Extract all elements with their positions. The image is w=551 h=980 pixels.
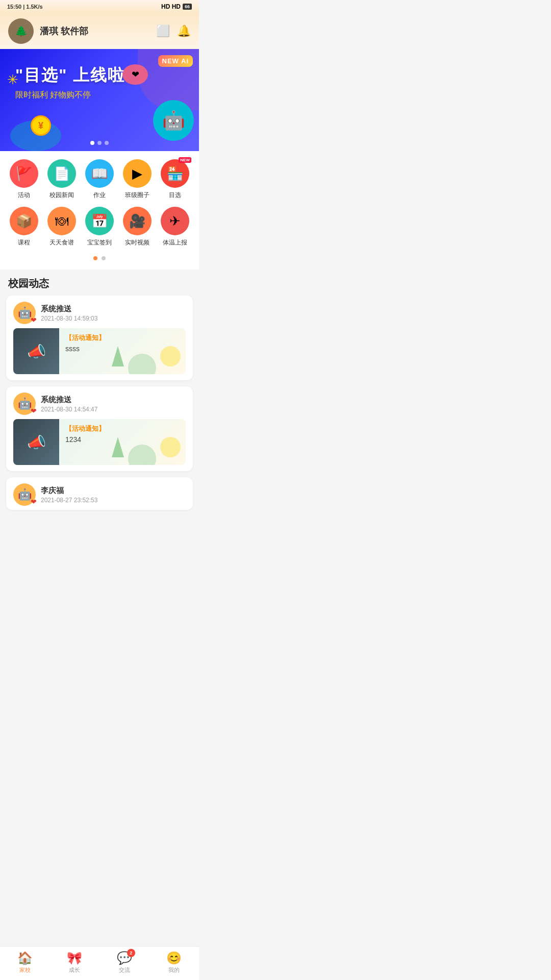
feed-tag-2: 【活动通知】: [65, 424, 180, 433]
feed-name-1: 系统推送: [41, 304, 186, 314]
icon-homework-label: 作业: [93, 191, 106, 200]
banner-dot-2[interactable]: [97, 141, 102, 145]
feed-info-1: 系统推送 2021-08-30 14:59:03: [41, 304, 186, 322]
feed-heart-icon-3: ❤: [31, 498, 37, 506]
banner-dot-1[interactable]: [90, 141, 94, 145]
banner-dots: [90, 141, 109, 145]
calendar-icon: 📅: [91, 213, 108, 229]
banner-robot: 🤖: [153, 100, 194, 141]
icon-homework[interactable]: 📖 作业: [82, 159, 117, 200]
feed-heart-icon-2: ❤: [31, 407, 37, 415]
video-icon: ▶: [132, 166, 142, 182]
tree-deco-2: [112, 437, 124, 457]
icon-muxuan-circle: 🏪 NEW: [161, 159, 189, 188]
icon-course-circle: 📦: [10, 207, 38, 235]
icon-course[interactable]: 📦 课程: [7, 207, 41, 247]
icon-checkin-label: 宝宝签到: [87, 238, 112, 247]
feed-name-2: 系统推送: [41, 395, 186, 405]
icons-section: 🚩 活动 📄 校园新闻 📖 作业 ▶ 班级圈子 🏪 NEW 目选: [0, 151, 199, 270]
banner-sub-text: 限时福利 好物购不停: [15, 90, 91, 101]
flag-icon: 🚩: [16, 166, 32, 182]
feed-name-3: 李庆福: [41, 486, 186, 496]
icon-temp[interactable]: ✈ 体温上报: [158, 207, 192, 247]
icon-muxuan-label: 目选: [169, 191, 181, 200]
icon-huodong-label: 活动: [18, 191, 30, 200]
banner-dot-3[interactable]: [105, 141, 109, 145]
box-icon: 📦: [16, 213, 32, 229]
icon-checkin-circle: 📅: [85, 207, 114, 235]
green-blob-1: [128, 354, 156, 374]
icon-temp-label: 体温上报: [163, 238, 187, 247]
send-icon: ✈: [169, 213, 181, 229]
signal-icon: HD HD: [161, 3, 181, 10]
feed-bg-deco-1: [112, 344, 181, 372]
camera-icon: 🎥: [129, 213, 145, 229]
user-name: 潘琪 软件部: [40, 25, 88, 37]
sun-deco-1: [160, 346, 181, 366]
icon-news[interactable]: 📄 校园新闻: [44, 159, 79, 200]
feed-thumb-1: 📣: [13, 328, 59, 374]
feed-heart-icon-1: ❤: [31, 316, 37, 324]
banner-main-text: "目选" 上线啦: [15, 64, 125, 87]
megaphone-icon-2: 📣: [27, 433, 46, 451]
feed-card-1[interactable]: 🤖 ❤ 系统推送 2021-08-30 14:59:03 📣 【活动通知】 ss…: [6, 296, 193, 380]
feed-time-1: 2021-08-30 14:59:03: [41, 315, 186, 322]
icon-huodong-circle: 🚩: [10, 159, 38, 188]
ai-badge[interactable]: NEW Ai: [158, 55, 193, 67]
icon-muxuan[interactable]: 🏪 NEW 目选: [158, 159, 192, 200]
icon-class-circle[interactable]: ▶ 班级圈子: [120, 159, 155, 200]
feed-content-1: 📣 【活动通知】 ssss: [13, 328, 186, 374]
icon-checkin[interactable]: 📅 宝宝签到: [82, 207, 117, 247]
section-title: 校园动态: [0, 270, 199, 296]
avatar[interactable]: 🌲: [8, 18, 34, 44]
sun-deco-2: [160, 437, 181, 457]
page-dot-2[interactable]: [102, 256, 106, 260]
banner-coin: ¥: [31, 115, 51, 136]
icon-news-label: 校园新闻: [49, 191, 74, 200]
icon-news-circle: 📄: [47, 159, 76, 188]
store-icon: 🏪: [167, 166, 183, 182]
feed-time-3: 2021-08-27 23:52:53: [41, 497, 186, 504]
icon-video[interactable]: 🎥 实时视频: [120, 207, 155, 247]
feed-list: 🤖 ❤ 系统推送 2021-08-30 14:59:03 📣 【活动通知】 ss…: [0, 296, 199, 510]
status-time: 15:50 | 1.5K/s: [7, 4, 43, 10]
icons-page-1: 🚩 活动 📄 校园新闻 📖 作业 ▶ 班级圈子 🏪 NEW 目选: [0, 159, 199, 207]
icon-temp-circle: ✈: [161, 207, 189, 235]
icons-page-2: 📦 课程 🍽 天天食谱 📅 宝宝签到 🎥 实时视频 ✈ 体温上报: [0, 207, 199, 254]
icon-class-label: 班级圈子: [125, 191, 149, 200]
icon-huodong[interactable]: 🚩 活动: [7, 159, 41, 200]
icon-food[interactable]: 🍽 天天食谱: [44, 207, 79, 247]
feed-content-2: 📣 【活动通知】 1234: [13, 419, 186, 465]
icon-video-label: 实时视频: [125, 238, 149, 247]
icon-page-dots: [0, 254, 199, 265]
scan-icon[interactable]: ⬜: [156, 24, 170, 38]
news-icon: 📄: [54, 166, 70, 182]
status-right: HD HD 66: [161, 3, 192, 10]
tree-deco-1: [112, 346, 124, 366]
feed-card-3[interactable]: 🤖 ❤ 李庆福 2021-08-27 23:52:53: [6, 477, 193, 510]
icon-course-label: 课程: [18, 238, 30, 247]
feed-header-1: 🤖 ❤ 系统推送 2021-08-30 14:59:03: [6, 296, 193, 328]
banner-heart-bubble: ❤: [122, 64, 148, 85]
food-icon: 🍽: [55, 213, 68, 229]
feed-info-3: 李庆福 2021-08-27 23:52:53: [41, 486, 186, 504]
feed-avatar-2: 🤖 ❤: [13, 393, 36, 415]
new-badge: NEW: [179, 157, 191, 163]
feed-card-2[interactable]: 🤖 ❤ 系统推送 2021-08-30 14:54:47 📣 【活动通知】 12…: [6, 386, 193, 471]
banner[interactable]: ✳ ¥ "目选" 上线啦 限时福利 好物购不停 ❤ 🤖 NEW Ai: [0, 49, 199, 151]
book-icon: 📖: [91, 166, 108, 182]
feed-bg-deco-2: [112, 434, 181, 462]
icon-class-circle-bg: ▶: [123, 159, 152, 188]
feed-header-2: 🤖 ❤ 系统推送 2021-08-30 14:54:47: [6, 386, 193, 419]
notification-icon[interactable]: 🔔: [177, 24, 191, 38]
feed-tag-1: 【活动通知】: [65, 333, 180, 342]
battery-indicator: 66: [183, 4, 192, 10]
app-header: 🌲 潘琪 软件部 ⬜ 🔔: [0, 13, 199, 49]
feed-thumb-2: 📣: [13, 419, 59, 465]
header-actions: ⬜ 🔔: [156, 24, 191, 38]
feed-header-3: 🤖 ❤ 李庆福 2021-08-27 23:52:53: [6, 477, 193, 510]
icon-food-circle: 🍽: [47, 207, 76, 235]
icon-video-circle: 🎥: [123, 207, 152, 235]
icon-food-label: 天天食谱: [49, 238, 74, 247]
page-dot-1[interactable]: [93, 256, 97, 260]
